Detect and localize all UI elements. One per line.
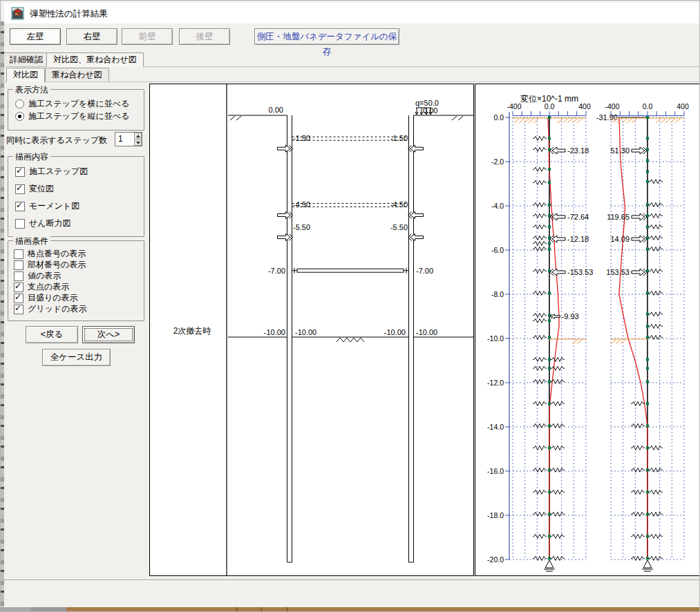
- reaction-arrow-left-icon: [550, 213, 565, 220]
- excavation-level: -10.00-10.00-10.00-10.00: [228, 328, 473, 342]
- display-method-title: 表示方法: [13, 84, 50, 96]
- soil-spring-icon: [551, 357, 565, 361]
- tab-overlay[interactable]: 重ね合わせ図: [45, 68, 109, 82]
- radio-icon[interactable]: [15, 99, 24, 108]
- checkbox-icon[interactable]: [15, 219, 25, 229]
- node-dot: [548, 291, 551, 294]
- reaction-annotation: -72.64: [550, 213, 589, 221]
- tab-comparison[interactable]: 対比図: [6, 68, 45, 82]
- arrow-body: [410, 234, 424, 241]
- tab-page-comparison: 表示方法 施工ステップを横に並べる 施工ステップを縦に並べる 同時に表示するステ…: [2, 82, 699, 577]
- jack-arrow-left-icon: [278, 234, 293, 241]
- checkbox-icon[interactable]: [14, 260, 23, 270]
- reaction-value: 119.65: [607, 213, 630, 221]
- reaction-annotation: -23.18: [550, 146, 589, 155]
- excavation-hatch: [340, 338, 343, 342]
- checkbox-values[interactable]: 値の表示: [14, 270, 61, 282]
- node-dot: [646, 402, 649, 405]
- soil-spring-icon: [533, 247, 547, 251]
- soil-spring-icon: [533, 512, 547, 516]
- soil-spring-icon: [631, 556, 645, 560]
- draw-condition-group: 描画条件 格点番号の表示 部材番号の表示 値の表示 支点の表示 目盛りの表示: [8, 240, 144, 321]
- node-dot: [548, 242, 551, 245]
- wall-button-right[interactable]: 右壁: [66, 28, 117, 45]
- node-dot: [646, 367, 649, 370]
- jack-arrow-right-icon: [408, 234, 424, 241]
- checkbox-displacement[interactable]: 変位図: [15, 183, 54, 195]
- reaction-value: 51.30: [610, 146, 630, 155]
- ground-hatch: [524, 119, 529, 123]
- x-tick-label: 0.0: [643, 102, 653, 111]
- checkbox-icon[interactable]: [14, 305, 23, 314]
- reaction-value: 14.09: [610, 235, 630, 243]
- next-button[interactable]: 次へ>: [82, 326, 135, 343]
- checkbox-grid[interactable]: グリッドの表示: [14, 303, 86, 315]
- checkbox-shear[interactable]: せん断力図: [15, 218, 71, 229]
- node-dot: [548, 203, 551, 206]
- soil-spring-icon: [631, 512, 645, 516]
- reaction-arrow-right-icon: [632, 213, 647, 220]
- node-dot: [646, 170, 649, 173]
- x-tick-label: 0.0: [545, 102, 555, 111]
- checkbox-icon[interactable]: [14, 283, 23, 292]
- node-dot: [646, 159, 649, 162]
- tab-comparison-overlay[interactable]: 対比図、重ね合わせ図: [46, 52, 144, 67]
- checkbox-member-numbers[interactable]: 部材番号の表示: [14, 259, 86, 271]
- spin-down-button[interactable]: [134, 140, 142, 146]
- radio-steps-vertical[interactable]: 施工ステップを縦に並べる: [15, 111, 129, 122]
- step-count-value[interactable]: 1: [118, 134, 123, 144]
- x-tick-label: -400: [507, 102, 521, 111]
- soil-spring-icon: [649, 556, 663, 560]
- save-spring-data-button[interactable]: 側圧・地盤バネデータファイルの保存: [254, 28, 399, 45]
- soil-spring-icon: [551, 468, 565, 472]
- checkbox-moment[interactable]: モーメント図: [15, 200, 79, 212]
- reaction-value: -23.18: [567, 146, 589, 155]
- step-count-spinner[interactable]: 1: [115, 132, 142, 146]
- tie-elevation-label: -1.50: [293, 134, 310, 142]
- ground-hatch: [632, 119, 636, 123]
- excavation-hatch: [347, 338, 350, 342]
- checkbox-supports[interactable]: 支点の表示: [14, 281, 69, 293]
- radio-steps-horizontal[interactable]: 施工ステップを横に並べる: [15, 98, 129, 110]
- ground-hatch: [562, 119, 567, 123]
- reaction-value: -9.93: [562, 312, 579, 321]
- node-dot: [646, 313, 649, 316]
- checkbox-scale[interactable]: 目盛りの表示: [14, 292, 78, 304]
- pin-support-icon: [544, 560, 555, 571]
- radio-label: 施工ステップを横に並べる: [28, 98, 129, 110]
- checkbox-icon[interactable]: [14, 249, 23, 259]
- checkbox-construction-step[interactable]: 施工ステップ図: [15, 166, 88, 178]
- soil-spring-icon: [533, 147, 547, 151]
- reaction-annotation: -9.93: [550, 312, 579, 321]
- radio-icon[interactable]: [15, 112, 24, 121]
- all-cases-output-button[interactable]: 全ケース出力: [42, 349, 111, 366]
- status-bar: [1, 580, 700, 608]
- spin-up-button[interactable]: [134, 133, 142, 139]
- tab-detail-check[interactable]: 詳細確認: [3, 52, 50, 66]
- support-triangle: [643, 560, 652, 568]
- tie-elevation-label: -5.50: [293, 223, 310, 231]
- ground-hatch: [514, 119, 519, 123]
- node-dot: [548, 319, 551, 322]
- back-button[interactable]: <戻る: [26, 326, 78, 343]
- construction-diagram: 2次撤去時0.00q=50.00.00-1.50-1.50-4.50-4.50-…: [150, 84, 473, 575]
- node-dot: [548, 380, 551, 383]
- checkbox-icon[interactable]: [14, 271, 23, 281]
- checkbox-node-numbers[interactable]: 格点番号の表示: [14, 248, 86, 260]
- radio-label: 施工ステップを縦に並べる: [28, 111, 129, 122]
- checkbox-icon[interactable]: [14, 294, 23, 303]
- soil-spring-icon: [631, 468, 645, 472]
- ground-hatch: [533, 119, 538, 123]
- reaction-arrow-left-icon: [550, 314, 560, 319]
- soil-spring-icon: [533, 556, 547, 560]
- soil-springs: [533, 136, 565, 560]
- node-dot: [646, 446, 649, 449]
- wall-button-left[interactable]: 左壁: [10, 28, 61, 45]
- y-tick-label: -20.0: [487, 555, 504, 564]
- checkbox-icon[interactable]: [15, 184, 25, 194]
- arrow-body: [278, 145, 291, 152]
- node-dot: [548, 336, 551, 338]
- checkbox-icon[interactable]: [15, 202, 25, 211]
- checkbox-icon[interactable]: [15, 167, 25, 177]
- y-axis: 0.0-2.0-4.0-6.0-8.0-10.0-12.0-14.0-16.0-…: [487, 112, 509, 564]
